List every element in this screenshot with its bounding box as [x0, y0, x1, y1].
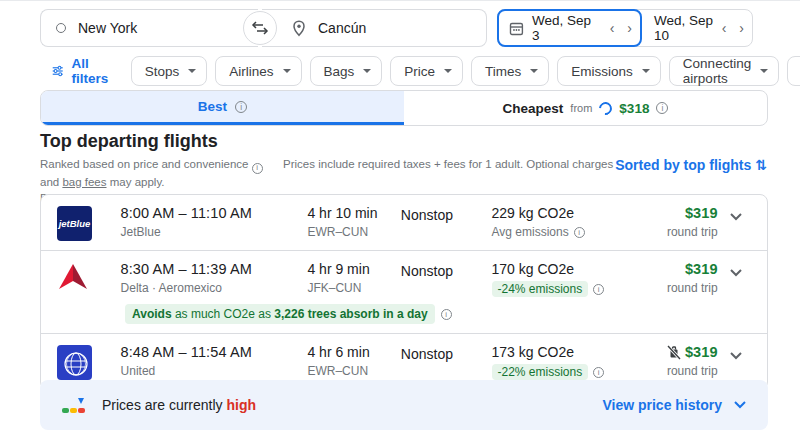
filter-chip-airlines[interactable]: Airlines [215, 56, 301, 86]
chevron-down-icon [642, 69, 650, 73]
origin-field[interactable]: New York [40, 9, 258, 47]
tune-icon [52, 64, 63, 78]
flight-price: $319 [632, 261, 718, 277]
filter-chip-duration[interactable]: Duration [787, 56, 800, 86]
bag-fees-link[interactable]: bag fees [62, 176, 106, 188]
no-carry-on-bag-icon [667, 345, 681, 360]
chevron-down-icon [444, 69, 452, 73]
origin-value: New York [78, 20, 137, 36]
all-filters-label: All filters [71, 56, 112, 86]
origin-circle-icon [56, 23, 66, 33]
emissions-badge: -22% emissions [492, 364, 589, 380]
calendar-icon [509, 21, 524, 36]
price-note: round trip [632, 281, 718, 295]
delta-logo-icon [57, 262, 89, 292]
info-icon[interactable]: i [574, 227, 585, 238]
flight-price: $319 [685, 344, 718, 360]
return-prev-day-button[interactable]: ‹ [722, 20, 727, 36]
co2-amount: 170 kg CO2e [492, 261, 632, 277]
united-logo-icon [57, 345, 92, 380]
swap-locations-button[interactable] [243, 11, 277, 45]
flight-route: JFK–CUN [307, 281, 400, 295]
flight-duration: 4 hr 10 min [307, 205, 400, 221]
price-level-value: high [226, 397, 256, 413]
flight-duration: 4 hr 9 min [307, 261, 400, 277]
flight-times: 8:00 AM – 11:10 AM [121, 205, 308, 221]
price-note: round trip [632, 364, 718, 378]
flight-stops: Nonstop [401, 344, 492, 362]
chevron-down-icon [734, 401, 746, 409]
chip-label: Stops [145, 64, 180, 79]
return-date-field[interactable]: Wed, Sep 10 ‹ › [642, 10, 752, 46]
chevron-down-icon [530, 69, 538, 73]
loading-spinner-icon [597, 99, 615, 117]
emissions-badge: -24% emissions [492, 281, 589, 297]
cheapest-from-label: from [570, 102, 592, 114]
flight-duration: 4 hr 6 min [307, 344, 400, 360]
departure-date-field[interactable]: Wed, Sep 3 ‹ › [497, 9, 642, 47]
price-insights-text: Prices are currently high [102, 397, 256, 413]
airline-logo: jetBlue [57, 205, 121, 241]
sort-label: Sorted by top flights [615, 157, 751, 173]
return-date-value: Wed, Sep 10 [654, 13, 714, 43]
expand-flight-button[interactable] [718, 344, 755, 360]
filter-chip-stops[interactable]: Stops [131, 56, 208, 86]
chevron-down-icon [760, 69, 768, 73]
info-icon[interactable]: i [593, 367, 604, 378]
departure-date-value: Wed, Sep 3 [532, 13, 602, 43]
airline-logo [57, 344, 121, 380]
view-price-history-label: View price history [602, 397, 722, 413]
filters-bar: All filters Stops Airlines Bags Price Ti… [48, 56, 800, 86]
cheapest-tab-label: Cheapest [503, 101, 564, 116]
flight-stops: Nonstop [401, 205, 492, 223]
price-insights-banner: Prices are currently high View price his… [40, 380, 768, 430]
airline-logo [57, 261, 121, 296]
info-icon[interactable]: i [656, 102, 668, 114]
tab-cheapest[interactable]: Cheapest from $318 i [404, 91, 767, 125]
chevron-down-icon [730, 269, 742, 277]
filter-chip-connecting-airports[interactable]: Connecting airports [669, 56, 779, 86]
filter-chip-emissions[interactable]: Emissions [557, 56, 661, 86]
location-pin-icon [292, 20, 306, 37]
filter-chip-price[interactable]: Price [390, 56, 463, 86]
flight-times: 8:48 AM – 11:54 AM [121, 344, 308, 360]
expand-flight-button[interactable] [718, 205, 755, 221]
flight-stops: Nonstop [401, 261, 492, 279]
filter-chip-times[interactable]: Times [471, 56, 549, 86]
all-filters-button[interactable]: All filters [48, 56, 123, 86]
flight-row-jetblue[interactable]: jetBlue 8:00 AM – 11:10 AM JetBlue 4 hr … [41, 195, 767, 251]
view-price-history-button[interactable]: View price history [602, 397, 746, 413]
flight-list: jetBlue 8:00 AM – 11:10 AM JetBlue 4 hr … [40, 194, 768, 390]
chip-label: Airlines [229, 64, 273, 79]
airline-name: JetBlue [121, 225, 308, 239]
airline-name: United [121, 364, 308, 378]
filter-chip-bags[interactable]: Bags [310, 56, 383, 86]
chevron-down-icon [730, 213, 742, 221]
sort-button[interactable]: Sorted by top flights ⇅ [615, 157, 767, 173]
flight-row-delta[interactable]: 8:30 AM – 11:39 AM Delta · Aeromexico 4 … [41, 251, 767, 334]
swap-arrows-icon [251, 21, 269, 35]
chevron-down-icon [363, 69, 371, 73]
page-title: Top departing flights [40, 131, 218, 152]
destination-field[interactable]: Cancún [262, 9, 487, 47]
destination-value: Cancún [318, 20, 366, 36]
flight-times: 8:30 AM – 11:39 AM [121, 261, 308, 277]
flight-route: EWR–CUN [307, 225, 400, 239]
departure-next-day-button[interactable]: › [627, 20, 632, 36]
info-icon[interactable]: i [252, 163, 263, 174]
info-icon[interactable]: i [235, 101, 247, 113]
departure-prev-day-button[interactable]: ‹ [610, 20, 615, 36]
ranked-note: Ranked based on price and convenience [40, 158, 248, 170]
info-icon[interactable]: i [441, 309, 452, 320]
chip-label: Bags [324, 64, 355, 79]
info-icon[interactable]: i [593, 284, 604, 295]
expand-flight-button[interactable] [718, 261, 755, 277]
chip-label: Price [404, 64, 435, 79]
chevron-down-icon [188, 69, 196, 73]
flight-route: EWR–CUN [307, 364, 400, 378]
sort-arrows-icon: ⇅ [755, 157, 767, 173]
return-next-day-button[interactable]: › [739, 20, 744, 36]
flight-price: $319 [632, 205, 718, 221]
cheapest-price: $318 [619, 101, 649, 116]
tab-best[interactable]: Best i [41, 91, 404, 125]
